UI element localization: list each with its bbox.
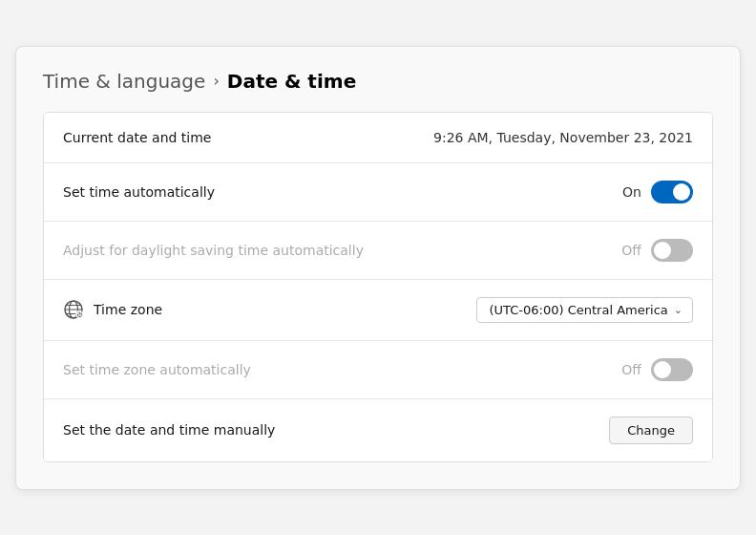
set-timezone-auto-state: Off bbox=[621, 362, 641, 377]
set-timezone-auto-row: Set time zone automatically Off bbox=[44, 341, 712, 399]
daylight-saving-control: Off bbox=[621, 239, 693, 262]
chevron-down-icon: ⌄ bbox=[674, 304, 682, 316]
change-button[interactable]: Change bbox=[609, 417, 693, 444]
set-time-automatically-label: Set time automatically bbox=[63, 184, 215, 200]
settings-container: Current date and time 9:26 AM, Tuesday, … bbox=[43, 112, 713, 462]
settings-window: Time & language › Date & time Current da… bbox=[15, 46, 741, 490]
toggle-thumb-daylight bbox=[654, 242, 671, 259]
breadcrumb: Time & language › Date & time bbox=[43, 70, 713, 93]
breadcrumb-parent[interactable]: Time & language bbox=[43, 70, 205, 93]
toggle-thumb bbox=[673, 183, 690, 201]
time-zone-row: ⏱ Time zone (UTC-06:00) Central America … bbox=[44, 280, 712, 341]
breadcrumb-current: Date & time bbox=[227, 70, 356, 93]
set-time-automatically-control: On bbox=[622, 181, 693, 203]
time-zone-value: (UTC-06:00) Central America bbox=[489, 303, 667, 317]
set-date-time-manually-row: Set the date and time manually Change bbox=[44, 399, 712, 461]
current-date-time-row: Current date and time 9:26 AM, Tuesday, … bbox=[44, 113, 712, 163]
set-time-automatically-state: On bbox=[622, 184, 641, 200]
daylight-saving-toggle[interactable] bbox=[651, 239, 693, 262]
set-timezone-auto-toggle[interactable] bbox=[651, 358, 693, 381]
toggle-track-off-timezone bbox=[651, 358, 693, 381]
daylight-saving-label: Adjust for daylight saving time automati… bbox=[63, 243, 364, 258]
timezone-globe-icon: ⏱ bbox=[63, 299, 84, 320]
time-zone-label: ⏱ Time zone bbox=[63, 299, 162, 320]
set-date-time-manually-label: Set the date and time manually bbox=[63, 422, 275, 438]
daylight-saving-row: Adjust for daylight saving time automati… bbox=[44, 222, 712, 280]
time-zone-text: Time zone bbox=[94, 302, 162, 317]
svg-text:⏱: ⏱ bbox=[77, 311, 83, 318]
toggle-thumb-timezone bbox=[654, 361, 671, 378]
set-time-automatically-toggle[interactable] bbox=[651, 181, 693, 203]
daylight-saving-state: Off bbox=[621, 243, 641, 258]
time-zone-dropdown[interactable]: (UTC-06:00) Central America ⌄ bbox=[476, 297, 693, 323]
set-timezone-auto-label: Set time zone automatically bbox=[63, 362, 251, 377]
set-timezone-auto-control: Off bbox=[621, 358, 693, 381]
set-time-automatically-row: Set time automatically On bbox=[44, 163, 712, 222]
current-date-time-value: 9:26 AM, Tuesday, November 23, 2021 bbox=[433, 130, 693, 145]
toggle-track-on bbox=[651, 181, 693, 203]
current-date-time-label: Current date and time bbox=[63, 130, 211, 145]
toggle-track-off-daylight bbox=[651, 239, 693, 262]
breadcrumb-separator: › bbox=[213, 72, 219, 90]
